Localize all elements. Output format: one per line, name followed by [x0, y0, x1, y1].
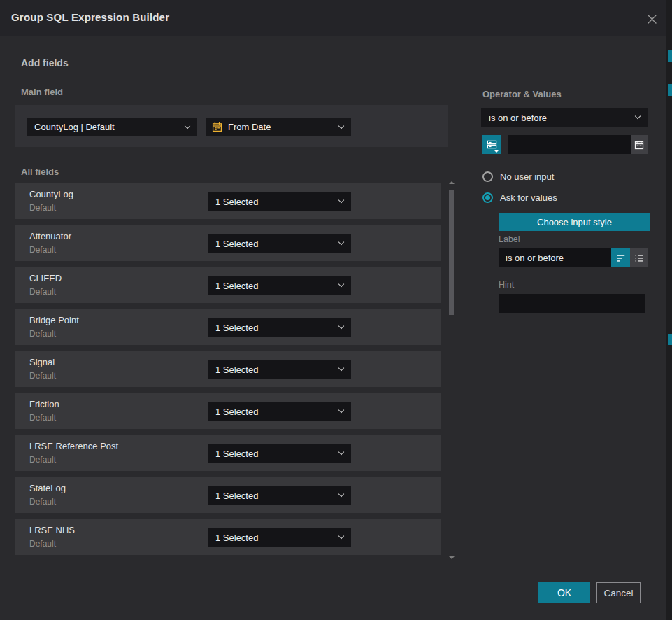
chevron-down-icon [338, 533, 344, 539]
chevron-down-icon [338, 365, 344, 371]
scroll-down-arrow-icon[interactable] [449, 556, 455, 559]
field-row: Friction Default 1 Selected [15, 393, 441, 429]
radio-no-user-input[interactable] [482, 171, 493, 182]
chevron-down-icon [338, 491, 344, 497]
dialog-titlebar: Group SQL Expression Builder [0, 0, 666, 36]
background-app-fragment [668, 50, 672, 62]
background-app-strip [666, 0, 672, 620]
field-subtype: Default [29, 245, 56, 255]
field-subtype: Default [29, 413, 56, 423]
field-values-select[interactable]: 1 Selected [208, 402, 351, 421]
field-row: CountyLog Default 1 Selected [15, 183, 441, 219]
field-name: LRSE Reference Post [29, 441, 118, 451]
field-values-select[interactable]: 1 Selected [208, 444, 351, 463]
stacked-values-icon [487, 139, 497, 150]
main-field-panel: CountyLog | Default From Date [15, 105, 448, 147]
field-subtype: Default [29, 329, 56, 339]
value-input[interactable] [508, 135, 631, 154]
radio-row-no-user-input[interactable]: No user input [482, 171, 554, 182]
add-fields-heading: Add fields [21, 57, 69, 69]
date-picker-button[interactable] [631, 135, 648, 154]
cancel-button[interactable]: Cancel [596, 582, 641, 603]
single-line-input-style-button[interactable] [611, 248, 630, 267]
field-name: CLIFED [29, 273, 62, 283]
chevron-down-icon [338, 239, 344, 245]
panel-divider [466, 83, 466, 564]
operator-values-heading: Operator & Values [482, 89, 562, 99]
field-values-select-value: 1 Selected [215, 365, 258, 375]
radio-ask-for-values[interactable] [482, 192, 493, 203]
field-values-select[interactable]: 1 Selected [208, 276, 351, 295]
caret-down-icon [494, 150, 499, 153]
group-sql-expression-builder-dialog: Group SQL Expression Builder Add fields … [0, 0, 672, 620]
field-values-select[interactable]: 1 Selected [208, 234, 351, 253]
field-subtype: Default [29, 371, 56, 381]
scroll-up-arrow-icon[interactable] [449, 181, 455, 184]
radio-ask-for-values-label: Ask for values [500, 192, 557, 203]
value-input-type-button[interactable] [482, 135, 501, 154]
radio-row-ask-for-values[interactable]: Ask for values [482, 192, 557, 203]
field-values-select-value: 1 Selected [215, 239, 258, 249]
list-input-icon [634, 253, 644, 263]
scrollbar-thumb[interactable] [449, 190, 454, 315]
main-layer-select[interactable]: CountyLog | Default [27, 118, 197, 136]
field-values-select-value: 1 Selected [215, 491, 258, 501]
field-values-select[interactable]: 1 Selected [208, 192, 351, 211]
main-field-heading: Main field [21, 87, 63, 97]
field-subtype: Default [29, 287, 56, 297]
chevron-down-icon [338, 407, 344, 413]
close-button[interactable] [645, 12, 659, 26]
close-icon [645, 13, 659, 26]
field-values-select[interactable]: 1 Selected [208, 528, 351, 547]
hint-field-label: Hint [499, 280, 514, 290]
dialog-title: Group SQL Expression Builder [11, 11, 169, 23]
radio-no-user-input-label: No user input [500, 171, 554, 182]
field-values-select-value: 1 Selected [215, 197, 258, 207]
calendar-icon [634, 140, 644, 150]
all-fields-list: CountyLog Default 1 Selected Attenuator … [15, 183, 441, 555]
dialog: Group SQL Expression Builder Add fields … [0, 0, 666, 620]
field-name: Attenuator [29, 231, 71, 241]
hint-input[interactable] [499, 294, 645, 313]
chevron-down-icon [338, 281, 344, 287]
field-subtype: Default [29, 203, 56, 213]
field-subtype: Default [29, 539, 56, 549]
field-values-select-value: 1 Selected [215, 449, 258, 459]
ok-button[interactable]: OK [538, 582, 590, 603]
chevron-down-icon [338, 122, 344, 128]
chevron-down-icon [338, 449, 344, 455]
field-row: LRSE NHS Default 1 Selected [15, 519, 441, 555]
main-date-field-select[interactable]: From Date [206, 118, 351, 136]
background-app-fragment [668, 334, 672, 345]
field-subtype: Default [29, 455, 56, 465]
field-values-select[interactable]: 1 Selected [208, 318, 351, 337]
list-input-style-button[interactable] [630, 248, 648, 267]
choose-input-style-button[interactable]: Choose input style [499, 213, 650, 231]
chevron-down-icon [338, 197, 344, 203]
background-app-fragment [668, 84, 672, 96]
field-values-select-value: 1 Selected [215, 533, 258, 543]
field-subtype: Default [29, 497, 56, 507]
single-line-input-icon [616, 253, 626, 263]
field-name: Friction [29, 399, 59, 409]
field-values-select[interactable]: 1 Selected [208, 360, 351, 379]
field-row: Attenuator Default 1 Selected [15, 225, 441, 261]
field-values-select-value: 1 Selected [215, 281, 258, 291]
field-name: CountyLog [29, 189, 73, 199]
all-fields-heading: All fields [21, 167, 59, 177]
field-row: Bridge Point Default 1 Selected [15, 309, 441, 345]
field-values-select-value: 1 Selected [215, 323, 258, 333]
main-layer-select-value: CountyLog | Default [34, 122, 115, 132]
operator-select-value: is on or before [489, 113, 547, 123]
list-scrollbar[interactable] [448, 179, 455, 561]
field-name: StateLog [29, 483, 66, 493]
field-row: StateLog Default 1 Selected [15, 477, 441, 513]
field-name: Signal [29, 357, 55, 367]
chevron-down-icon [185, 122, 190, 128]
chevron-down-icon [635, 113, 641, 119]
label-input[interactable] [499, 248, 611, 267]
operator-select[interactable]: is on or before [481, 108, 648, 127]
field-name: LRSE NHS [29, 525, 75, 535]
chevron-down-icon [338, 323, 344, 329]
field-values-select[interactable]: 1 Selected [208, 486, 351, 505]
